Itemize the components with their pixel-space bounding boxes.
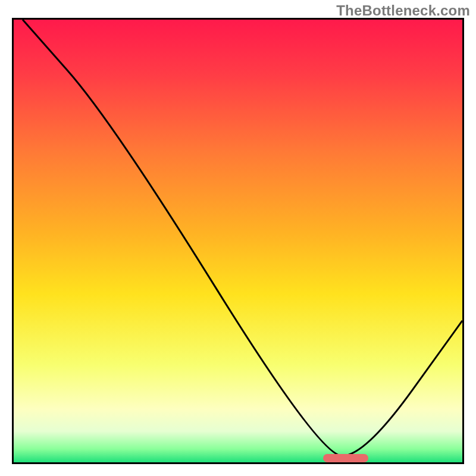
optimal-marker [323,454,368,462]
plot-area [12,18,464,464]
bottleneck-chart: TheBottleneck.com [0,0,476,476]
bottleneck-curve [23,20,462,456]
curve-layer [14,20,462,462]
watermark-text: TheBottleneck.com [336,2,470,19]
